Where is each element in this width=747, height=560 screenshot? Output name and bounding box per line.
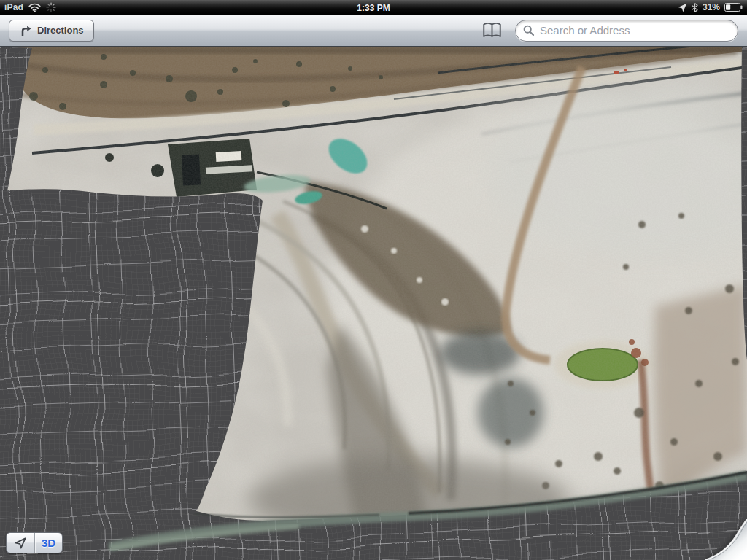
location-services-icon [678,3,687,12]
activity-spinner-icon [46,2,56,12]
map-scene [0,47,747,560]
status-bar-left: iPad [4,2,56,12]
search-field[interactable] [515,20,738,42]
tracking-arrow-icon [13,536,28,551]
ipad-maps-screen: iPad [0,0,747,560]
clock-label: 1:33 PM [357,3,390,13]
status-bar: iPad [0,0,747,15]
search-input[interactable] [538,23,730,37]
map-canvas[interactable]: 3D [0,47,747,560]
3d-label: 3D [42,537,55,549]
status-bar-clock: 1:33 PM [0,1,747,14]
wifi-icon [28,3,41,12]
3d-toggle-button[interactable]: 3D [35,533,62,553]
battery-percent: 31% [703,2,720,12]
toolbar-right [481,20,738,42]
maps-toolbar: Directions [0,15,747,47]
carrier-label: iPad [4,2,23,12]
directions-label: Directions [37,25,84,36]
bookmarks-icon [482,22,502,39]
page-curl[interactable] [705,519,747,560]
status-bar-right: 31% [678,2,743,12]
turn-right-icon [19,24,32,36]
tracking-button[interactable] [7,533,34,553]
search-icon [523,25,535,36]
directions-button[interactable]: Directions [9,20,94,42]
map-mode-control: 3D [6,532,63,553]
battery-icon [724,3,743,12]
bluetooth-icon [692,3,698,12]
bookmarks-button[interactable] [481,20,503,40]
